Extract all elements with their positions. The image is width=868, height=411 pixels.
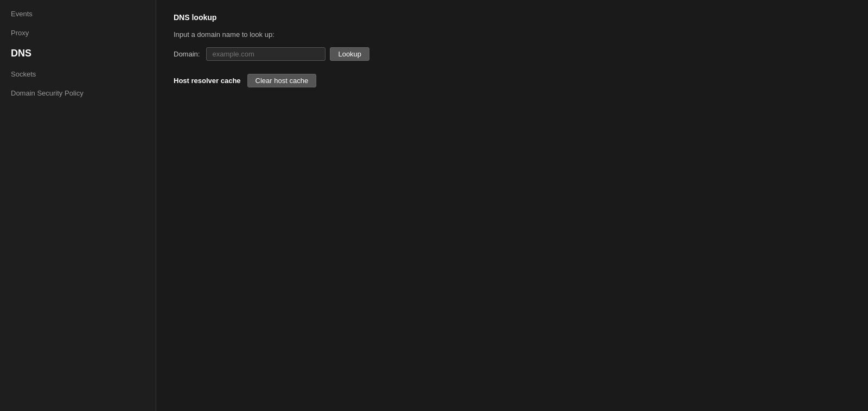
section-title: DNS lookup	[174, 13, 851, 22]
host-resolver-label: Host resolver cache	[174, 77, 241, 85]
domain-input[interactable]	[206, 47, 326, 61]
lookup-button[interactable]: Lookup	[330, 47, 369, 61]
sidebar-item-dns[interactable]: DNS	[0, 42, 156, 65]
section-description: Input a domain name to look up:	[174, 30, 851, 39]
sidebar-item-sockets[interactable]: Sockets	[0, 65, 156, 84]
domain-label: Domain:	[174, 50, 200, 58]
sidebar-item-domain-security-policy[interactable]: Domain Security Policy	[0, 84, 156, 103]
domain-row: Domain: Lookup	[174, 47, 851, 61]
sidebar: Events Proxy DNS Sockets Domain Security…	[0, 0, 156, 411]
sidebar-item-events[interactable]: Events	[0, 4, 156, 23]
host-resolver-row: Host resolver cache Clear host cache	[174, 74, 851, 87]
sidebar-item-proxy[interactable]: Proxy	[0, 23, 156, 42]
main-content: DNS lookup Input a domain name to look u…	[156, 0, 868, 411]
clear-host-cache-button[interactable]: Clear host cache	[247, 74, 317, 87]
